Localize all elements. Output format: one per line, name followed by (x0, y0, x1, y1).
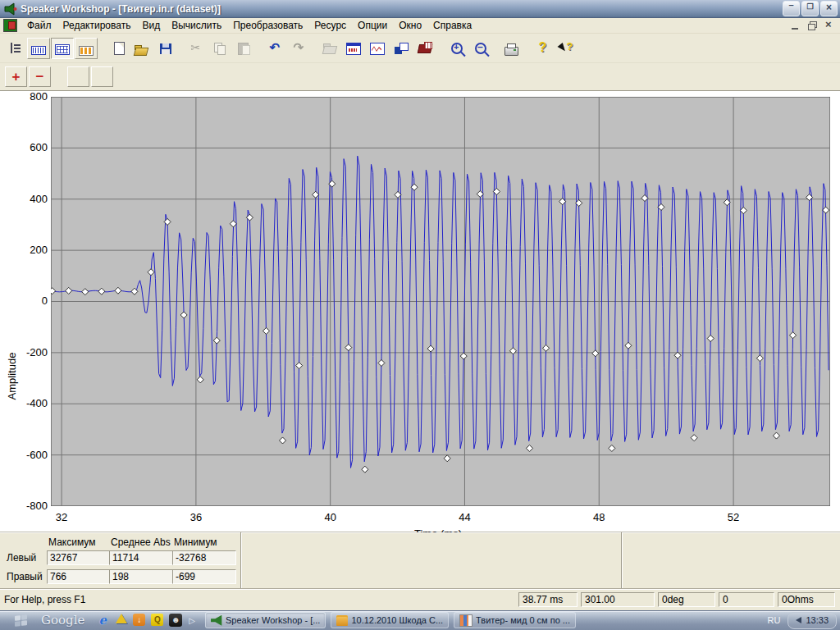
undo-button[interactable] (263, 38, 286, 59)
menu-item-1[interactable]: Файл (21, 18, 57, 33)
cut-icon (189, 42, 203, 55)
qip-messenger-icon[interactable]: Q (151, 614, 163, 626)
quick-launch-expand-icon[interactable]: ▷ (189, 616, 195, 625)
task-label: Speaker Workshop - [... (226, 615, 320, 625)
blank-1-button (67, 66, 89, 87)
daemon-tools-icon[interactable] (116, 614, 127, 623)
chart-line-button[interactable] (366, 38, 389, 59)
view-table-cells-button[interactable] (75, 38, 98, 59)
taskbar-window-button-1[interactable]: Speaker Workshop - [... (205, 612, 326, 628)
panel-divider-2 (621, 532, 622, 588)
chart-window-icon (346, 43, 361, 55)
zoom-in-button[interactable] (445, 38, 468, 59)
menu-item-3[interactable]: Вид (136, 18, 166, 33)
waveform-chart: Amplitude Time (ms) 8006004002000-200-40… (0, 91, 840, 532)
status-field-phase: 0deg (658, 592, 715, 607)
view-table-dotted-icon (55, 44, 70, 55)
y-tick-label: -800 (11, 500, 48, 512)
stats-header: Максимум (48, 536, 95, 548)
cut-button (185, 38, 208, 59)
open-folder-icon (135, 45, 148, 55)
close-button[interactable] (820, 1, 838, 16)
internet-explorer-icon[interactable]: e (95, 614, 110, 628)
taskbar-window-button-2[interactable]: 10.12.2010 Шкода С... (331, 612, 449, 628)
print-button[interactable] (500, 38, 523, 59)
y-tick-label: -200 (11, 346, 48, 358)
stats-header: Минимум (174, 536, 217, 548)
menu-item-9[interactable]: Справка (427, 18, 477, 33)
save-chart-button[interactable] (390, 38, 413, 59)
menu-item-2[interactable]: Редактировать (57, 18, 137, 33)
mdi-minimize-button[interactable] (788, 19, 804, 32)
mdi-close-button[interactable] (821, 19, 837, 32)
window-title: Speaker Workshop - [Твитер.in.r (dataset… (21, 3, 783, 15)
import-icon (323, 42, 337, 55)
paste-icon (237, 42, 251, 55)
language-indicator[interactable]: RU (768, 615, 781, 625)
menu-item-4[interactable]: Вычислить (166, 18, 227, 33)
stats-value-field: 11714 (109, 550, 173, 565)
taskbar: Google e↓Q☻ ▷ Speaker Workshop - [...10.… (0, 610, 840, 630)
system-tray[interactable]: 13:33 (788, 612, 837, 629)
taskbar-clock: 13:33 (806, 615, 829, 625)
zoom-out-button[interactable] (468, 38, 491, 59)
stats-value-field: 766 (47, 569, 111, 584)
context-help-button[interactable] (555, 38, 578, 59)
new-document-icon (114, 42, 125, 55)
export-chart-button[interactable] (413, 38, 436, 59)
taskbar-window-button-3[interactable]: Твитер- мид 0 см по ... (454, 612, 576, 628)
x-tick-label: 52 (719, 511, 747, 523)
menu-item-8[interactable]: Окно (393, 18, 427, 33)
tree-view-icon (8, 42, 22, 55)
mdi-restore-button[interactable] (805, 19, 820, 32)
stats-row-label: Левый (7, 552, 36, 564)
windows-start-icon[interactable] (15, 614, 27, 627)
zoom-out-icon (475, 43, 486, 54)
new-document-button[interactable] (106, 38, 129, 59)
dataset-toolbar: +− (0, 63, 840, 91)
x-tick-label: 36 (182, 511, 210, 523)
x-tick-label: 40 (317, 511, 345, 523)
tree-view-button[interactable] (3, 38, 26, 59)
media-player-icon[interactable]: ☻ (169, 614, 182, 627)
title-bar: Speaker Workshop - [Твитер.in.r (dataset… (0, 0, 840, 18)
blank-2-button (91, 66, 113, 87)
status-help-text: For Help, press F1 (2, 593, 515, 606)
dataset-document-icon (3, 19, 17, 32)
status-field-impedance: 0Ohms (778, 592, 835, 607)
view-ruler-button[interactable] (27, 38, 50, 59)
menu-item-5[interactable]: Преобразовать (227, 18, 308, 33)
task-label: Твитер- мид 0 см по ... (476, 615, 570, 625)
stats-header: Среднее Abs (111, 536, 171, 548)
chart-window-button[interactable] (342, 38, 365, 59)
folder-task-icon (336, 615, 348, 626)
save-button[interactable] (153, 38, 176, 59)
volume-tray-icon[interactable] (796, 617, 801, 623)
google-deskbar[interactable]: Google (41, 613, 84, 628)
task-label: 10.12.2010 Шкода С... (351, 615, 443, 625)
redo-icon (292, 42, 306, 55)
app-speaker-icon (4, 2, 17, 16)
copy-button (208, 38, 231, 59)
menu-item-6[interactable]: Ресурс (308, 18, 352, 33)
y-tick-label: 800 (11, 90, 48, 103)
add-point-button[interactable]: + (5, 66, 27, 87)
speaker-workshop-window: Speaker Workshop - [Твитер.in.r (dataset… (0, 0, 840, 630)
stats-row-label: Правый (7, 571, 43, 582)
remove-point-button[interactable]: − (29, 66, 51, 87)
status-field-sample: 0 (719, 592, 774, 607)
view-table-cells-icon (79, 46, 94, 56)
download-manager-icon[interactable]: ↓ (133, 614, 145, 626)
restore-button[interactable] (801, 1, 819, 16)
open-folder-button[interactable] (130, 38, 153, 59)
statistics-panel: МаксимумСреднее AbsМинимумЛевый327671171… (0, 532, 840, 589)
view-table-dotted-button[interactable] (51, 38, 74, 59)
menu-item-7[interactable]: Опции (352, 18, 393, 33)
help-button[interactable] (531, 38, 554, 59)
minimize-button[interactable] (783, 1, 800, 16)
plot-area[interactable] (51, 97, 830, 506)
view-ruler-icon (31, 46, 46, 55)
y-tick-label: -600 (11, 449, 48, 461)
chart-task-icon (459, 614, 472, 627)
y-tick-label: 0 (11, 294, 48, 307)
